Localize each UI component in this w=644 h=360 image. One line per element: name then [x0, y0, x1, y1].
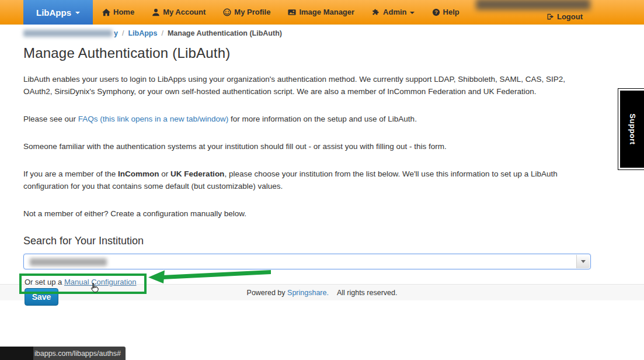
chevron-down-icon	[75, 12, 80, 14]
search-institution-heading: Search for Your Institution	[23, 235, 621, 247]
breadcrumb: y / LibApps / Manage Authentication (Lib…	[23, 27, 621, 37]
nav-item-my-profile[interactable]: My Profile	[223, 8, 270, 16]
breadcrumb-separator: /	[161, 29, 163, 37]
breadcrumb-remnant: y	[114, 29, 118, 37]
redacted-breadcrumb-site-link[interactable]	[23, 30, 112, 37]
libapps-brand-menu[interactable]: LibApps	[23, 0, 93, 25]
faqs-link[interactable]: FAQs (this link opens in a new tab/windo…	[78, 115, 228, 123]
federation-prefix: If you are a member of the	[23, 169, 118, 178]
smiley-icon	[223, 8, 231, 16]
powered-by-text: Powered by	[247, 289, 286, 297]
question-icon: ?	[432, 8, 440, 16]
home-icon	[102, 8, 110, 16]
springshare-link[interactable]: Springshare.	[287, 289, 329, 297]
chevron-down-icon	[410, 12, 415, 14]
manual-prefix: Or set up a	[25, 278, 64, 286]
breadcrumb-separator: /	[122, 29, 124, 37]
rights-text: All rights reserved.	[337, 289, 398, 297]
navbar-items: Home My Account My Profile Image Manager…	[93, 0, 459, 24]
nav-item-label: My Profile	[234, 8, 270, 16]
nav-item-help[interactable]: ? Help	[432, 8, 459, 16]
status-url-text: ibapps.com/libapps/auths#	[33, 347, 126, 360]
green-arrow-annotation	[147, 268, 272, 289]
breadcrumb-current: Manage Authentication (LibAuth)	[168, 29, 282, 37]
chevron-down-icon	[581, 260, 586, 263]
redacted-selected-institution	[30, 258, 107, 266]
nav-item-label: Help	[443, 8, 459, 16]
brand-label: LibApps	[36, 8, 71, 18]
faq-paragraph: Please see our FAQs (this link opens in …	[23, 113, 579, 125]
institution-select[interactable]	[23, 254, 591, 269]
top-navbar: LibApps Home My Account My Profile Im	[0, 0, 644, 25]
main-content: y / LibApps / Manage Authentication (Lib…	[0, 25, 644, 320]
save-button[interactable]: Save	[25, 288, 58, 306]
uk-federation-bold: UK Federation	[170, 169, 224, 178]
hand-cursor-icon	[89, 282, 100, 297]
faq-prefix: Please see our	[23, 115, 78, 123]
breadcrumb-libapps-link[interactable]: LibApps	[128, 29, 157, 37]
svg-text:?: ?	[434, 9, 438, 15]
redacted-url-prefix	[0, 347, 33, 360]
federation-mid: or	[159, 169, 171, 178]
support-tab[interactable]: Support	[618, 89, 644, 169]
logout-icon	[546, 13, 554, 20]
nav-item-image-manager[interactable]: Image Manager	[288, 8, 354, 16]
nav-item-my-account[interactable]: My Account	[152, 8, 206, 16]
nav-item-label: Admin	[383, 8, 406, 16]
page-title: Manage Authentication (LibAuth)	[23, 45, 621, 61]
nav-item-label: Home	[113, 8, 134, 16]
navbar-left-spacer	[0, 0, 23, 24]
puzzle-icon	[372, 8, 380, 16]
select-dropdown-arrow[interactable]	[576, 255, 590, 268]
nav-item-label: Image Manager	[299, 8, 354, 16]
incommon-bold: InCommon	[118, 169, 159, 178]
nav-item-admin[interactable]: Admin	[372, 8, 414, 16]
image-icon	[288, 8, 296, 16]
intro-copy: LibAuth enables your users to login to L…	[23, 73, 579, 220]
faq-suffix: for more information on the setup and us…	[228, 115, 417, 123]
redacted-account-name	[476, 0, 590, 10]
browser-status-bar: ibapps.com/libapps/auths#	[0, 347, 126, 360]
intro-paragraph: LibAuth enables your users to login to L…	[23, 73, 579, 98]
nav-item-label: My Account	[163, 8, 206, 16]
form-help-paragraph: Someone familiar with the authentication…	[23, 140, 579, 153]
federation-paragraph: If you are a member of the InCommon or U…	[23, 168, 579, 192]
nav-item-home[interactable]: Home	[102, 8, 134, 16]
user-icon	[152, 8, 160, 16]
logout-button[interactable]: Logout	[546, 12, 583, 21]
support-tab-label: Support	[628, 113, 636, 144]
manual-config-row: Or set up a Manual Configuration	[25, 278, 137, 286]
manual-hint-paragraph: Not a member of either? Create a configu…	[23, 207, 579, 220]
logout-label: Logout	[557, 12, 583, 21]
